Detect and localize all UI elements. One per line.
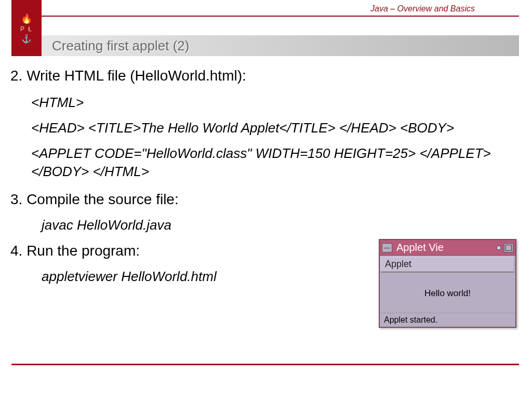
course-title: Java – Overview and Basics: [370, 4, 475, 14]
code-line-3: <APPLET CODE="HelloWorld.class" WIDTH=15…: [31, 144, 519, 181]
torch-icon: 🔥: [21, 13, 32, 24]
applet-status-bar: Applet started.: [380, 313, 515, 327]
step3-command: javac HelloWorld.java: [42, 217, 519, 233]
applet-window-title: Applet Vie: [396, 242, 444, 254]
applet-menu[interactable]: Applet: [381, 257, 514, 273]
applet-viewer-window: — Applet Vie Applet Hello world! Applet …: [379, 239, 516, 328]
step3-heading: 3. Compile the source file:: [10, 191, 519, 208]
applet-titlebar: — Applet Vie: [380, 240, 515, 256]
footer-divider: [11, 364, 519, 365]
logo-letters: P Ł: [20, 25, 33, 33]
code-line-2: <HEAD> <TITLE>The Hello World Applet</TI…: [31, 119, 519, 137]
applet-body: Hello world!: [380, 274, 515, 313]
html-code-block: <HTML> <HEAD> <TITLE>The Hello World App…: [31, 94, 519, 181]
university-logo: 🔥 P Ł ⚓: [11, 0, 42, 56]
slide-title-bar: Creating first applet (2): [42, 35, 519, 56]
code-line-1: <HTML>: [31, 94, 519, 112]
applet-output-text: Hello world!: [424, 288, 471, 299]
anchor-icon: ⚓: [21, 34, 32, 44]
restore-button[interactable]: [497, 246, 501, 250]
header-divider: [42, 16, 519, 17]
step2-heading: 2. Write HTML file (HelloWorld.html):: [10, 68, 519, 84]
maximize-button[interactable]: [504, 243, 513, 252]
slide-title: Creating first applet (2): [52, 38, 189, 54]
minimize-button[interactable]: —: [382, 243, 392, 252]
